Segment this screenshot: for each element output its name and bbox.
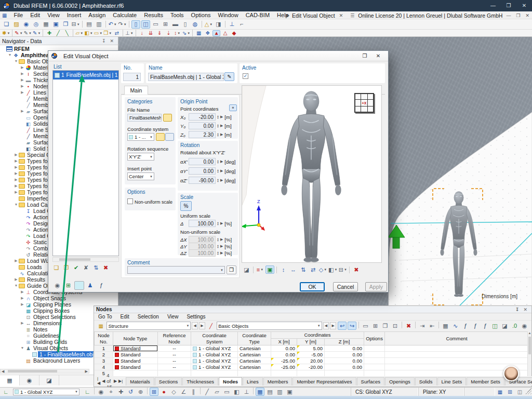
cell-options[interactable] xyxy=(364,345,385,352)
table-tab-openings[interactable]: Openings xyxy=(385,377,415,385)
ok-button[interactable]: OK xyxy=(300,282,325,291)
layout-toggle-icon[interactable]: ◫ xyxy=(515,388,525,396)
cell-coordinate-system[interactable] xyxy=(191,370,238,377)
view-in-x-icon[interactable]: ↕ xyxy=(279,265,288,274)
tree-expander-icon[interactable]: ▶ xyxy=(20,64,25,71)
prev-table-button[interactable]: ◀ xyxy=(102,379,105,383)
pick-point-icon[interactable]: ⌖ xyxy=(229,104,237,111)
spinner-icon[interactable]: ▲▼ xyxy=(217,221,219,225)
comment-combo[interactable]: ▼ xyxy=(127,266,225,274)
cell-node-type[interactable]: Standard xyxy=(113,364,158,370)
next-category-icon[interactable]: ▶ xyxy=(330,322,336,329)
detail-arrow-icon[interactable]: ▶ xyxy=(220,237,223,242)
move-view-icon[interactable]: ✚ xyxy=(116,388,125,396)
table-tab-members[interactable]: Members xyxy=(263,377,292,385)
prec-icon[interactable]: ▣ xyxy=(285,388,294,396)
X₀-field[interactable]: -20.00 xyxy=(189,113,216,121)
cell-node-type[interactable]: Standard xyxy=(113,352,158,358)
results-surfaces-icon[interactable]: ◆ xyxy=(230,30,238,36)
Z₀-field[interactable]: 2.30 xyxy=(189,131,216,138)
select-all-icon[interactable]: ✔ xyxy=(72,263,81,272)
cell-z[interactable]: 0.00 xyxy=(325,364,364,370)
model-settings-icon[interactable]: ◎ xyxy=(32,20,41,29)
tree-expander-icon[interactable]: ▶ xyxy=(20,89,25,96)
window-new-icon[interactable]: ▭ xyxy=(151,20,160,29)
detail-arrow-icon[interactable]: ▶ xyxy=(220,178,223,182)
delete-row-icon[interactable]: ✖ xyxy=(404,322,413,330)
table-tab-lines[interactable]: Lines xyxy=(243,377,263,385)
view-cube[interactable]: +X xyxy=(354,93,374,113)
snap-mid-icon[interactable]: ◇ xyxy=(169,388,178,396)
spinner-icon[interactable]: ▲▼ xyxy=(217,159,219,164)
resize-grip[interactable] xyxy=(525,388,531,394)
table-tab-surfaces[interactable]: Surfaces xyxy=(357,377,385,385)
row-fill-icon[interactable]: ⊡ xyxy=(391,322,400,330)
αY'-field[interactable]: 0.00 xyxy=(189,167,216,175)
browse-folder-icon[interactable] xyxy=(163,114,172,122)
close-icon[interactable]: ✕ xyxy=(108,38,116,44)
tree-expander-icon[interactable]: ▶ xyxy=(20,320,25,326)
close-icon[interactable]: ✕ xyxy=(521,307,529,312)
spinner-icon[interactable]: ▲▼ xyxy=(217,237,219,242)
tree-expander-icon[interactable]: ▶ xyxy=(20,71,25,77)
cell-reference-node[interactable]: -- xyxy=(158,364,191,370)
cell-x[interactable]: 0.00 xyxy=(271,352,297,358)
support-new-icon[interactable]: ⊥▼ xyxy=(125,30,134,36)
open-model-icon[interactable]: ▨ xyxy=(12,20,21,29)
navigator-tab-views[interactable]: ◪ xyxy=(39,375,59,385)
pick-mode-icon[interactable]: ⌖ xyxy=(107,388,115,396)
window-vertical-icon[interactable]: ▯ xyxy=(131,20,140,29)
calculate-table-icon[interactable]: ▦ xyxy=(195,30,203,36)
new-line-icon[interactable]: ╱ xyxy=(54,30,62,36)
tree-expander-icon[interactable]: ▶ xyxy=(14,258,19,264)
rotation-sequence-combo[interactable]: X'Y'Z'▼ xyxy=(127,153,154,161)
grid-toggle-icon[interactable]: ▦ xyxy=(495,388,505,396)
new-csys-icon[interactable] xyxy=(156,133,165,141)
select-mode-icon[interactable]: ◉ xyxy=(97,388,105,396)
save-as-icon[interactable]: ❐ xyxy=(61,20,70,29)
tree-expander-icon[interactable]: ▶ xyxy=(20,295,25,301)
tree-expander-icon[interactable]: ▶ xyxy=(14,276,19,283)
nonuniform-scale-checkbox[interactable] xyxy=(127,198,133,204)
apply-button[interactable]: Apply xyxy=(365,282,387,291)
free-load-icon[interactable]: ⇣ xyxy=(165,30,172,36)
list-item-selected[interactable]: 1 FinalBaseMesh.obj | 1 - Global X xyxy=(53,71,118,79)
new-solid-icon[interactable]: ◧▼ xyxy=(84,30,92,36)
first-table-button[interactable]: |◀ xyxy=(97,376,100,385)
export-table-icon[interactable]: ⇥ xyxy=(418,322,427,330)
dlubal-center-icon[interactable]: ◉ xyxy=(22,20,31,29)
manage-views-icon[interactable]: ◨ xyxy=(214,20,223,29)
rendering-mode-icon[interactable]: ◍ xyxy=(191,20,200,29)
prev-table-icon[interactable]: ◀ xyxy=(192,322,198,329)
list-item-checkbox[interactable] xyxy=(55,73,60,78)
αZ'-field[interactable]: -90.00 xyxy=(189,177,216,184)
edit-name-button[interactable]: ✎ xyxy=(224,72,234,81)
calculate-all-icon[interactable]: ❖ xyxy=(204,30,211,36)
rotate-view-icon[interactable]: ↺ xyxy=(126,388,135,396)
dialog-titlebar[interactable]: Edit Visual Object ❐ ✕ xyxy=(48,51,388,61)
sync-view-icon[interactable]: ↪ xyxy=(348,322,356,330)
menu-file[interactable]: File xyxy=(10,12,26,18)
units-icon[interactable]: ▥ xyxy=(275,388,284,396)
navigator-tab-data[interactable]: ▦ xyxy=(0,375,20,385)
tree-expander-icon[interactable]: ▶ xyxy=(20,83,25,89)
menu-cadbim[interactable]: CAD-BIM xyxy=(242,12,273,18)
doc-restore-button[interactable]: ❐ xyxy=(514,13,522,18)
snap-origin-icon[interactable]: ∟ xyxy=(83,388,92,396)
isometric-view-icon[interactable]: ◇▼ xyxy=(318,265,327,274)
last-table-button[interactable]: ▶| xyxy=(118,379,123,383)
search-table-icon[interactable]: ◉ xyxy=(520,322,529,330)
prev-category-icon[interactable]: ◀ xyxy=(323,322,329,329)
display-options-icon[interactable]: ≡▼ xyxy=(256,265,264,274)
dialog-close-button[interactable]: ✕ xyxy=(371,53,385,59)
guideline-icon[interactable]: ╱ xyxy=(203,388,211,396)
dock-panel-icon[interactable]: ▯ xyxy=(181,20,190,29)
detail-arrow-icon[interactable]: ▶ xyxy=(220,115,223,119)
edit-member-tools-icon[interactable]: ✎▼ xyxy=(33,30,41,36)
deselect-all-icon[interactable]: ✘ xyxy=(82,263,90,272)
nodes-menu-selection[interactable]: Selection xyxy=(134,314,163,320)
cell-reference-node[interactable]: -- xyxy=(158,352,191,358)
cell-z[interactable]: 0.00 xyxy=(325,352,364,358)
dock-tables-icon[interactable]: ▬ xyxy=(171,20,180,29)
tree-expander-icon[interactable]: ▶ xyxy=(20,77,25,83)
